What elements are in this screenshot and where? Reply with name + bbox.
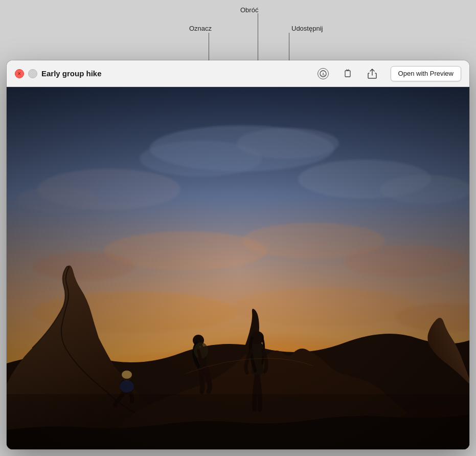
oznacz-line xyxy=(209,33,209,60)
tooltip-area: Oznacz Obróć Udostępnij xyxy=(0,0,476,61)
udostepnij-line xyxy=(289,33,289,60)
rotate-button[interactable] xyxy=(339,66,356,82)
markup-button[interactable]: A xyxy=(315,66,331,82)
tooltip-obroc: Obróć xyxy=(240,6,258,14)
outer-container: Oznacz Obróć Udostępnij Early group hike xyxy=(0,0,476,456)
tooltip-oznacz: Oznacz xyxy=(189,25,212,32)
markup-icon: A xyxy=(318,68,329,79)
svg-rect-29 xyxy=(7,87,469,449)
svg-text:A: A xyxy=(321,72,325,77)
svg-rect-2 xyxy=(345,71,350,77)
share-icon xyxy=(367,68,377,79)
rotate-icon xyxy=(342,68,353,79)
image-area xyxy=(7,87,469,449)
toolbar-icons: A xyxy=(315,66,380,82)
preview-window: Early group hike A xyxy=(7,60,469,449)
window-title: Early group hike xyxy=(41,69,311,78)
window-controls xyxy=(15,69,37,78)
obroc-line xyxy=(258,13,258,60)
share-button[interactable] xyxy=(364,66,380,82)
open-with-preview-button[interactable]: Open with Preview xyxy=(391,66,461,81)
titlebar: Early group hike A xyxy=(7,60,469,87)
scene-image xyxy=(7,87,469,449)
tooltip-udostepnij: Udostępnij xyxy=(291,25,323,32)
close-button[interactable] xyxy=(15,69,24,78)
minimize-button[interactable] xyxy=(28,69,37,78)
